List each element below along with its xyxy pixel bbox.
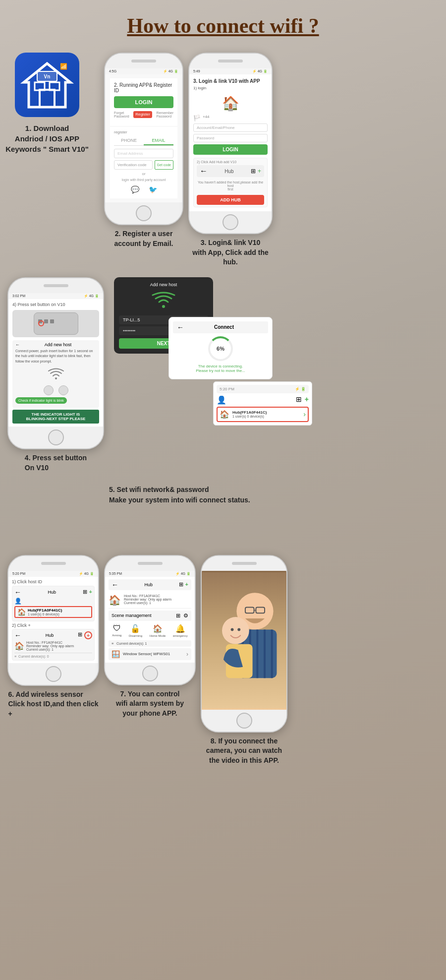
back-btn-4[interactable]: ←: [15, 342, 20, 347]
phone-speaker-7: [138, 562, 163, 565]
add-hub-button[interactable]: ADD HUB: [197, 195, 264, 205]
indicator-check[interactable]: Check if indicator light is blink: [15, 397, 67, 404]
step5-label: 5. Set wifi network& password Make your …: [109, 480, 439, 505]
home-button-2[interactable]: [136, 205, 152, 221]
sensor-name: Window Sensor( WFWS01: [123, 652, 170, 656]
step2-screen-title: 2. Running APP& Register ID: [114, 82, 173, 93]
tab-phone[interactable]: PHONE: [114, 136, 144, 145]
phone-top-4: [8, 278, 103, 293]
hub-arrow[interactable]: ›: [303, 410, 306, 418]
hub-info: Hub(FF1A0F441C) 1 user(s) 0 device(s): [232, 410, 267, 418]
home-info-row: 🏠 Host No.: FF1A0F441C Reminder way: Onl…: [109, 592, 191, 609]
status-bar-3: 5:49⚡ 4G 🔋: [189, 68, 272, 74]
home-button-4[interactable]: [48, 429, 64, 445]
arming-item[interactable]: 🛡 Arming: [112, 624, 121, 637]
add-icon[interactable]: +: [258, 168, 261, 175]
scene-settings-icon[interactable]: ⚙: [183, 612, 188, 619]
step8-col: 8. If you connect the camera, you can wa…: [201, 555, 287, 766]
add-icon-6[interactable]: +: [89, 589, 92, 595]
phone-speaker-4: [44, 284, 68, 287]
back-btn[interactable]: ←: [200, 167, 208, 176]
step3-login-btn[interactable]: LOGIN: [193, 144, 268, 155]
password-field[interactable]: Password: [193, 134, 268, 142]
phone-top-3: [189, 54, 272, 68]
add-icon-7[interactable]: +: [185, 581, 188, 588]
wifi-screen-title: Add new host: [119, 282, 208, 287]
scene-label: Scene management: [112, 613, 152, 618]
current-user-6: Current user(s): 1: [26, 648, 74, 651]
hub-id: Hub(FF1A0F441C): [232, 410, 267, 415]
step6-header-row: ← Hub ⊞ +: [14, 588, 92, 596]
home-button-3[interactable]: [223, 214, 238, 230]
page-title: How to connect wifi ?: [0, 0, 446, 48]
svg-point-8: [162, 305, 165, 308]
hub-users-6: 1 user(s) 0 device(s): [28, 612, 62, 616]
register-badge[interactable]: Register: [133, 111, 152, 118]
hub-header: 5:20 PM ⚡ 🔋: [217, 385, 309, 393]
step6-sub2-header: ← Hub ⊞ +: [14, 631, 92, 639]
scene-grid-icon: ⊞: [176, 612, 180, 619]
phone-speaker-2: [131, 60, 156, 62]
step6-sub: ← Hub ⊞ + 👤 🏠 Hub(FF1A0F441C) 1 user(s) …: [12, 586, 95, 621]
host-no-7: Host No.: FF1A0F441C: [124, 594, 171, 598]
home-icon-row: 🏠 Host No.: FF1A0F441C Reminder way: Onl…: [14, 641, 92, 651]
back-btn-6b[interactable]: ←: [14, 631, 21, 639]
password-dots[interactable]: ••••••••: [123, 328, 135, 333]
third-party-text: login with third party account: [114, 178, 173, 182]
social-icons-row: 💬 🐦: [114, 184, 173, 195]
hub-highlight[interactable]: 🏠 Hub(FF1A0F441C) 1 user(s) 0 device(s): [14, 606, 92, 618]
step4-sub: ← Add new host Connect power, push inser…: [12, 340, 99, 408]
connecting-screen: ← Connect 6% The device is connecting. P…: [168, 317, 273, 379]
login-button[interactable]: LOGIN: [114, 96, 173, 108]
disarming-item[interactable]: 🔓 Disarming: [129, 624, 142, 637]
wechat-icon[interactable]: 💬: [129, 184, 141, 195]
forget-password: Forget Password: [114, 111, 129, 118]
phone-speaker-8: [232, 562, 257, 565]
scene-management-row[interactable]: Scene management ⊞ ⚙: [109, 611, 191, 621]
status-bar-7: 5:35 PM⚡ 4G 🔋: [105, 571, 195, 577]
add-hub-sub-screen: 2) Click Add Hub add V10 ← Hub ⊞ + You h…: [193, 158, 268, 207]
step7-phone: 5:35 PM⚡ 4G 🔋 ← Hub ⊞ + 🏠 Host No.: FF1A: [104, 555, 196, 685]
step8-screen: [202, 571, 286, 710]
step4-col: 3:02 PM⚡ 4G 🔋 4) Press set button on V10: [7, 277, 104, 473]
plus-circle-button[interactable]: +: [84, 631, 92, 639]
phone-bottom-8: [202, 710, 286, 732]
verification-field[interactable]: Verification code: [114, 160, 153, 170]
sensor-row[interactable]: 🪟 Window Sensor( WFWS01 ›: [109, 648, 191, 660]
person-icon: 👤: [217, 395, 226, 405]
email-field[interactable]: Email Address: [114, 149, 173, 158]
back-btn-5[interactable]: ←: [177, 323, 184, 331]
tab-email[interactable]: EMAIL: [144, 136, 173, 145]
sensor-arrow[interactable]: ›: [186, 651, 188, 658]
hub-row[interactable]: 🏠 Hub(FF1A0F441C) 1 user(s) 0 device(s) …: [217, 407, 309, 422]
step2-screen: 2. Running APP& Register ID LOGIN Forget…: [105, 74, 182, 202]
home-mode-item[interactable]: 🏠 Home Mode: [150, 624, 166, 637]
family-svg: [202, 571, 286, 710]
emergency-label: emergency: [173, 634, 188, 637]
current-user-7: Current user(s): 1: [124, 601, 171, 605]
step1-section: Vn 📶 1. Download Andriod / IOS APP Keywo…: [5, 53, 89, 154]
get-code-button[interactable]: Get code: [155, 160, 173, 170]
register-label: register: [114, 130, 173, 134]
account-field[interactable]: Account/Email/Phone: [193, 123, 268, 132]
step3-screen: 3. Login & link V10 with APP 1) login 🏠 …: [189, 74, 272, 211]
app-icon: Vn 📶: [15, 53, 79, 117]
add-hub-plus[interactable]: +: [305, 395, 309, 405]
link-row: Forget Password Register Remember Passwo…: [114, 111, 173, 118]
back-btn-6[interactable]: ←: [14, 588, 21, 596]
twitter-icon[interactable]: 🐦: [147, 184, 159, 195]
back-btn-7[interactable]: ←: [112, 581, 118, 589]
home-button-7[interactable]: [142, 666, 158, 681]
svg-rect-1: [40, 90, 55, 107]
home-button-6[interactable]: [46, 666, 61, 682]
step5-label-wrap: 5. Set wifi network& password Make your …: [109, 480, 439, 505]
phone-speaker-3: [218, 60, 243, 62]
time-label: 5:20 PM: [220, 387, 234, 391]
grid-icon: ⊞: [296, 395, 302, 405]
hub-list-title: Hub: [48, 590, 56, 595]
device-inner: [34, 312, 78, 335]
disarming-label: Disarming: [129, 634, 142, 637]
step2-col: 4:5G⚡ 4G 🔋 2. Running APP& Register ID L…: [104, 53, 183, 248]
emergency-item[interactable]: 🔔 emergency: [173, 624, 188, 637]
home-button-8[interactable]: [236, 713, 252, 729]
